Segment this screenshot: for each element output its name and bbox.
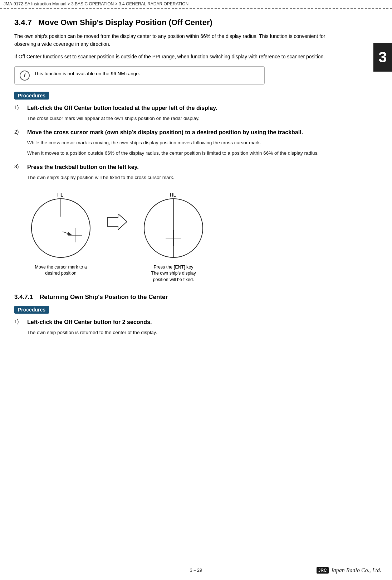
transition-arrow [107, 214, 127, 230]
diagram-left-svg: HL [25, 189, 97, 261]
info-box: i This function is not available on the … [14, 66, 265, 84]
step-2-sub2: When it moves to a position outside 66% … [27, 149, 329, 157]
step-2: 2) Move the cross cursor mark (own ship'… [14, 128, 329, 157]
svg-text:HL: HL [57, 192, 63, 198]
svg-line-5 [63, 232, 71, 235]
intro-paragraph-2: If Off Center functions set to scanner p… [14, 53, 329, 61]
procedures-badge-1: Procedures [14, 92, 49, 100]
breadcrumb: JMA-9172-SA Instruction Manual > 3.BASIC… [0, 0, 392, 9]
diagrams-container: HL Move [25, 189, 367, 283]
info-icon: i [20, 71, 30, 81]
step-3-sub: The own ship's display position will be … [27, 174, 329, 182]
sub-step-1-sub: The own ship position is returned to the… [27, 329, 329, 337]
subsection-title: 3.4.7.1 Returning Own Ship's Position to… [14, 294, 367, 301]
sub-step-1-content: Left-click the Off Center button for 2 s… [27, 318, 329, 337]
step-1-sub: The cross cursor mark will appear at the… [27, 115, 329, 122]
footer-logo: JRC Japan Radio Co., Ltd. [317, 567, 381, 574]
company-name: Japan Radio Co., Ltd. [331, 567, 381, 574]
svg-text:HL: HL [170, 192, 176, 198]
step-3-number: 3) [14, 163, 27, 169]
step-3: 3) Press the trackball button on the lef… [14, 163, 329, 182]
subsection-number: 3.4.7.1 [14, 294, 33, 300]
step-1-main: Left-click the Off Center button located… [27, 104, 329, 112]
step-1-content: Left-click the Off Center button located… [27, 104, 329, 122]
diagram-right: HL Press the [ENT] key The own ship's di… [138, 189, 209, 283]
footer: 3－29 JRC Japan Radio Co., Ltd. [0, 567, 392, 574]
step-2-sub1: While the cross cursor mark is moving, t… [27, 139, 329, 147]
info-box-text: This function is not available on the 96… [34, 70, 140, 77]
step-2-content: Move the cross cursor mark (own ship's d… [27, 128, 329, 157]
chapter-tab: 3 [373, 43, 392, 72]
step-1-number: 1) [14, 104, 27, 110]
step-3-content: Press the trackball button on the left k… [27, 163, 329, 182]
step-2-number: 2) [14, 128, 27, 135]
section-title: 3.4.7Move Own Ship's Display Position (O… [14, 18, 367, 27]
sub-step-1-main: Left-click the Off Center button for 2 s… [27, 318, 329, 327]
intro-paragraph-1: The own ship's position can be moved fro… [14, 32, 329, 48]
procedures-badge-2: Procedures [14, 306, 49, 314]
jrc-label: JRC [317, 567, 329, 574]
diagram-right-caption: Press the [ENT] key The own ship's displ… [151, 264, 196, 283]
section-number: 3.4.7 [14, 18, 32, 27]
step-3-main: Press the trackball button on the left k… [27, 163, 329, 171]
diagram-left: HL Move [25, 189, 97, 277]
diagram-left-caption: Move the cursor mark to a desired positi… [29, 264, 93, 277]
sub-step-1: 1) Left-click the Off Center button for … [14, 318, 329, 337]
step-1: 1) Left-click the Off Center button loca… [14, 104, 329, 122]
diagram-right-svg: HL [138, 189, 209, 261]
section-title-text: Move Own Ship's Display Position (Off Ce… [38, 18, 212, 27]
step-2-main: Move the cross cursor mark (own ship's d… [27, 128, 329, 137]
subsection-title-text: Returning Own Ship's Position to the Cen… [40, 294, 168, 300]
breadcrumb-text: JMA-9172-SA Instruction Manual > 3.BASIC… [4, 1, 188, 6]
sub-step-1-number: 1) [14, 318, 27, 324]
svg-marker-6 [107, 214, 127, 230]
chapter-number: 3 [378, 49, 387, 66]
